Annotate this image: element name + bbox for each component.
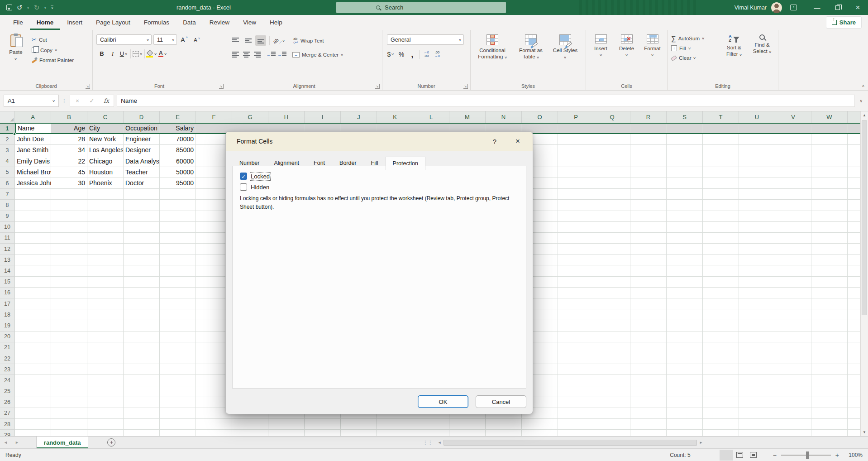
fill-button[interactable]: ↓Fill∨: [669, 44, 720, 52]
row-header-29[interactable]: 29: [0, 430, 15, 436]
cell-T20[interactable]: [703, 331, 739, 342]
column-header-R[interactable]: R: [630, 111, 667, 123]
cell-R25[interactable]: [630, 386, 667, 397]
cell-W27[interactable]: [811, 408, 848, 419]
cell-V25[interactable]: [775, 386, 811, 397]
cell-E4[interactable]: 60000: [160, 156, 196, 167]
cell-D2[interactable]: Engineer: [124, 134, 160, 145]
cell-D14[interactable]: [124, 265, 160, 276]
cell-partial-11[interactable]: [848, 233, 860, 244]
formula-input[interactable]: Name: [117, 95, 855, 107]
cell-V5[interactable]: [775, 167, 811, 178]
cell-Q18[interactable]: [594, 309, 630, 320]
cell-T29[interactable]: [703, 430, 739, 436]
cell-P1[interactable]: [558, 123, 594, 134]
cell-E23[interactable]: [160, 364, 196, 375]
cell-A11[interactable]: [15, 233, 51, 244]
cell-T10[interactable]: [703, 222, 739, 233]
cell-partial-9[interactable]: [848, 211, 860, 222]
cell-U5[interactable]: [739, 167, 775, 178]
row-header-5[interactable]: 5: [0, 167, 15, 178]
cell-C15[interactable]: [87, 277, 124, 288]
row-header-25[interactable]: 25: [0, 386, 15, 397]
tab-page-layout[interactable]: Page Layout: [89, 15, 137, 30]
cell-W20[interactable]: [811, 331, 848, 342]
cell-V21[interactable]: [775, 342, 811, 353]
cell-P17[interactable]: [558, 298, 594, 309]
cell-partial-19[interactable]: [848, 320, 860, 331]
cell-U3[interactable]: [739, 145, 775, 156]
cell-E6[interactable]: 95000: [160, 178, 196, 189]
cell-U11[interactable]: [739, 233, 775, 244]
row-header-6[interactable]: 6: [0, 178, 15, 189]
scroll-left-icon[interactable]: ◄: [435, 441, 444, 445]
cell-U12[interactable]: [739, 244, 775, 255]
cell-Q15[interactable]: [594, 277, 630, 288]
cell-Q8[interactable]: [594, 200, 630, 211]
column-header-D[interactable]: D: [124, 111, 160, 123]
cell-U18[interactable]: [739, 309, 775, 320]
merge-center-dropdown-icon[interactable]: ∨: [340, 53, 343, 57]
cell-Q1[interactable]: [594, 123, 630, 134]
cell-Q5[interactable]: [594, 167, 630, 178]
column-header-H[interactable]: H: [268, 111, 305, 123]
cell-B2[interactable]: 28: [51, 134, 87, 145]
cell-R12[interactable]: [630, 244, 667, 255]
cell-R20[interactable]: [630, 331, 667, 342]
horizontal-scrollbar-thumb[interactable]: [444, 440, 697, 446]
cell-U8[interactable]: [739, 200, 775, 211]
cell-T24[interactable]: [703, 375, 739, 386]
cell-A19[interactable]: [15, 320, 51, 331]
column-header-I[interactable]: I: [305, 111, 341, 123]
column-header-J[interactable]: J: [341, 111, 377, 123]
cell-T17[interactable]: [703, 298, 739, 309]
middle-align-button[interactable]: [243, 35, 253, 46]
prev-sheet-icon[interactable]: ◄: [0, 440, 11, 445]
cell-B13[interactable]: [51, 255, 87, 265]
cell-E27[interactable]: [160, 408, 196, 419]
cell-W1[interactable]: [811, 123, 848, 134]
fill-color-button[interactable]: ∨: [146, 48, 157, 59]
cell-S12[interactable]: [667, 244, 703, 255]
cell-S22[interactable]: [667, 353, 703, 364]
cell-T13[interactable]: [703, 255, 739, 265]
cell-S25[interactable]: [667, 386, 703, 397]
cell-J29[interactable]: [341, 430, 377, 436]
cell-T7[interactable]: [703, 189, 739, 200]
find-select-button[interactable]: Find & Select ∨: [748, 33, 776, 81]
cell-E26[interactable]: [160, 397, 196, 408]
cell-B1[interactable]: Age: [51, 123, 87, 134]
copy-dropdown-icon[interactable]: ∨: [54, 48, 57, 52]
cell-D29[interactable]: [124, 430, 160, 436]
cell-R16[interactable]: [630, 288, 667, 298]
cell-S17[interactable]: [667, 298, 703, 309]
column-header-L[interactable]: L: [413, 111, 449, 123]
cell-E29[interactable]: [160, 430, 196, 436]
cell-E12[interactable]: [160, 244, 196, 255]
tab-data[interactable]: Data: [176, 15, 203, 30]
cell-C17[interactable]: [87, 298, 124, 309]
tab-view[interactable]: View: [236, 15, 263, 30]
cell-P14[interactable]: [558, 265, 594, 276]
cell-Q14[interactable]: [594, 265, 630, 276]
cell-S9[interactable]: [667, 211, 703, 222]
cell-C11[interactable]: [87, 233, 124, 244]
cell-T14[interactable]: [703, 265, 739, 276]
cell-U6[interactable]: [739, 178, 775, 189]
cell-P26[interactable]: [558, 397, 594, 408]
cell-C1[interactable]: City: [87, 123, 124, 134]
alignment-dialog-launcher-icon[interactable]: ↘: [375, 84, 380, 89]
font-color-button[interactable]: A∨: [157, 48, 168, 59]
cell-T28[interactable]: [703, 419, 739, 430]
column-header-partial[interactable]: [848, 111, 860, 123]
cell-A16[interactable]: [15, 288, 51, 298]
format-dropdown-icon[interactable]: ∨: [651, 53, 654, 57]
cell-R24[interactable]: [630, 375, 667, 386]
cell-R4[interactable]: [630, 156, 667, 167]
cell-R11[interactable]: [630, 233, 667, 244]
cell-W23[interactable]: [811, 364, 848, 375]
cell-R1[interactable]: [630, 123, 667, 134]
cell-W14[interactable]: [811, 265, 848, 276]
cell-K28[interactable]: [377, 419, 413, 430]
decrease-decimal-button[interactable]: .00→0: [432, 49, 443, 59]
